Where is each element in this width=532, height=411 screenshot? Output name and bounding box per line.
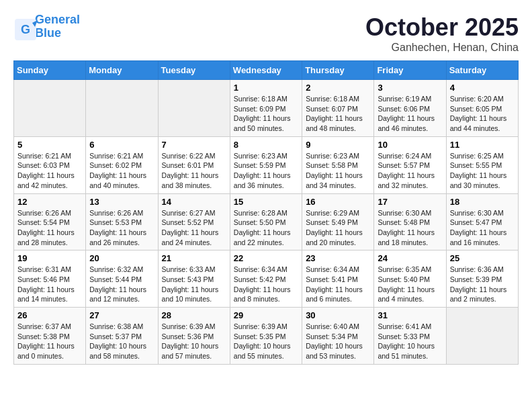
day-number: 18 — [450, 197, 515, 207]
day-number: 13 — [89, 197, 154, 207]
day-info: Sunrise: 6:26 AM Sunset: 5:54 PM Dayligh… — [17, 208, 82, 248]
day-number: 4 — [450, 83, 515, 93]
day-info: Sunrise: 6:22 AM Sunset: 6:01 PM Dayligh… — [162, 151, 226, 191]
day-number: 10 — [378, 140, 442, 150]
day-number: 15 — [234, 197, 298, 207]
calendar-cell — [86, 80, 158, 137]
calendar-cell: 4Sunrise: 6:20 AM Sunset: 6:05 PM Daylig… — [446, 80, 518, 137]
day-info: Sunrise: 6:40 AM Sunset: 5:34 PM Dayligh… — [306, 322, 370, 361]
day-number: 8 — [234, 140, 298, 150]
calendar-cell: 14Sunrise: 6:27 AM Sunset: 5:52 PM Dayli… — [158, 193, 230, 250]
calendar-week-4: 19Sunrise: 6:31 AM Sunset: 5:46 PM Dayli… — [14, 250, 519, 308]
day-number: 27 — [89, 310, 154, 320]
day-info: Sunrise: 6:21 AM Sunset: 6:02 PM Dayligh… — [89, 151, 154, 191]
day-info: Sunrise: 6:26 AM Sunset: 5:53 PM Dayligh… — [89, 208, 154, 248]
calendar-cell: 5Sunrise: 6:21 AM Sunset: 6:03 PM Daylig… — [14, 136, 86, 193]
day-info: Sunrise: 6:36 AM Sunset: 5:39 PM Dayligh… — [450, 265, 515, 304]
calendar-cell — [14, 80, 86, 137]
col-saturday: Saturday — [446, 61, 518, 80]
day-info: Sunrise: 6:35 AM Sunset: 5:40 PM Dayligh… — [378, 265, 442, 304]
day-info: Sunrise: 6:39 AM Sunset: 5:36 PM Dayligh… — [162, 322, 226, 361]
calendar-week-3: 12Sunrise: 6:26 AM Sunset: 5:54 PM Dayli… — [14, 193, 519, 250]
day-info: Sunrise: 6:34 AM Sunset: 5:41 PM Dayligh… — [306, 265, 370, 304]
calendar-cell: 12Sunrise: 6:26 AM Sunset: 5:54 PM Dayli… — [14, 193, 86, 250]
calendar-cell — [158, 80, 230, 137]
day-number: 6 — [89, 140, 154, 150]
calendar-cell: 9Sunrise: 6:23 AM Sunset: 5:58 PM Daylig… — [302, 136, 374, 193]
col-monday: Monday — [86, 61, 158, 80]
day-number: 19 — [17, 253, 82, 263]
logo-icon: G — [13, 17, 32, 36]
calendar-body: 1Sunrise: 6:18 AM Sunset: 6:09 PM Daylig… — [14, 80, 519, 365]
calendar-cell: 17Sunrise: 6:30 AM Sunset: 5:48 PM Dayli… — [374, 193, 446, 250]
calendar-cell: 3Sunrise: 6:19 AM Sunset: 6:06 PM Daylig… — [374, 80, 446, 137]
calendar-cell: 26Sunrise: 6:37 AM Sunset: 5:38 PM Dayli… — [14, 308, 86, 365]
day-info: Sunrise: 6:30 AM Sunset: 5:48 PM Dayligh… — [378, 208, 442, 248]
day-info: Sunrise: 6:19 AM Sunset: 6:06 PM Dayligh… — [378, 94, 442, 134]
day-info: Sunrise: 6:27 AM Sunset: 5:52 PM Dayligh… — [162, 208, 226, 248]
day-number: 25 — [450, 253, 515, 263]
calendar-week-2: 5Sunrise: 6:21 AM Sunset: 6:03 PM Daylig… — [14, 136, 519, 193]
calendar-cell: 2Sunrise: 6:18 AM Sunset: 6:07 PM Daylig… — [302, 80, 374, 137]
calendar-cell: 11Sunrise: 6:25 AM Sunset: 5:55 PM Dayli… — [446, 136, 518, 193]
col-tuesday: Tuesday — [158, 61, 230, 80]
calendar-cell: 15Sunrise: 6:28 AM Sunset: 5:50 PM Dayli… — [230, 193, 302, 250]
day-info: Sunrise: 6:24 AM Sunset: 5:57 PM Dayligh… — [378, 151, 442, 191]
day-info: Sunrise: 6:18 AM Sunset: 6:09 PM Dayligh… — [234, 94, 298, 134]
day-number: 3 — [378, 83, 442, 93]
day-info: Sunrise: 6:20 AM Sunset: 6:05 PM Dayligh… — [450, 94, 515, 134]
calendar-cell: 1Sunrise: 6:18 AM Sunset: 6:09 PM Daylig… — [230, 80, 302, 137]
header-row: Sunday Monday Tuesday Wednesday Thursday… — [14, 61, 519, 80]
day-number: 30 — [306, 310, 370, 320]
month-title: October 2025 — [365, 13, 519, 42]
day-number: 11 — [450, 140, 515, 150]
day-info: Sunrise: 6:33 AM Sunset: 5:43 PM Dayligh… — [162, 265, 226, 304]
col-thursday: Thursday — [302, 61, 374, 80]
calendar-cell: 27Sunrise: 6:38 AM Sunset: 5:37 PM Dayli… — [86, 308, 158, 365]
calendar-cell: 7Sunrise: 6:22 AM Sunset: 6:01 PM Daylig… — [158, 136, 230, 193]
day-number: 23 — [306, 253, 370, 263]
day-info: Sunrise: 6:32 AM Sunset: 5:44 PM Dayligh… — [89, 265, 154, 304]
day-info: Sunrise: 6:37 AM Sunset: 5:38 PM Dayligh… — [17, 322, 82, 361]
day-info: Sunrise: 6:23 AM Sunset: 5:58 PM Dayligh… — [306, 151, 370, 191]
calendar-cell: 28Sunrise: 6:39 AM Sunset: 5:36 PM Dayli… — [158, 308, 230, 365]
calendar-cell: 21Sunrise: 6:33 AM Sunset: 5:43 PM Dayli… — [158, 250, 230, 308]
day-info: Sunrise: 6:39 AM Sunset: 5:35 PM Dayligh… — [234, 322, 298, 361]
calendar-cell: 6Sunrise: 6:21 AM Sunset: 6:02 PM Daylig… — [86, 136, 158, 193]
calendar-cell: 24Sunrise: 6:35 AM Sunset: 5:40 PM Dayli… — [374, 250, 446, 308]
calendar-cell: 23Sunrise: 6:34 AM Sunset: 5:41 PM Dayli… — [302, 250, 374, 308]
day-info: Sunrise: 6:25 AM Sunset: 5:55 PM Dayligh… — [450, 151, 515, 191]
calendar-cell: 10Sunrise: 6:24 AM Sunset: 5:57 PM Dayli… — [374, 136, 446, 193]
title-area: October 2025 Ganhechen, Henan, China — [365, 13, 519, 54]
day-number: 7 — [162, 140, 226, 150]
day-number: 5 — [17, 140, 82, 150]
day-info: Sunrise: 6:29 AM Sunset: 5:49 PM Dayligh… — [306, 208, 370, 248]
day-number: 12 — [17, 197, 82, 207]
day-info: Sunrise: 6:38 AM Sunset: 5:37 PM Dayligh… — [89, 322, 154, 361]
day-number: 20 — [89, 253, 154, 263]
calendar-cell: 22Sunrise: 6:34 AM Sunset: 5:42 PM Dayli… — [230, 250, 302, 308]
calendar-cell: 30Sunrise: 6:40 AM Sunset: 5:34 PM Dayli… — [302, 308, 374, 365]
day-number: 14 — [162, 197, 226, 207]
day-info: Sunrise: 6:23 AM Sunset: 5:59 PM Dayligh… — [234, 151, 298, 191]
day-number: 17 — [378, 197, 442, 207]
day-number: 2 — [306, 83, 370, 93]
calendar-cell: 8Sunrise: 6:23 AM Sunset: 5:59 PM Daylig… — [230, 136, 302, 193]
day-number: 24 — [378, 253, 442, 263]
calendar-cell: 31Sunrise: 6:41 AM Sunset: 5:33 PM Dayli… — [374, 308, 446, 365]
calendar-cell: 20Sunrise: 6:32 AM Sunset: 5:44 PM Dayli… — [86, 250, 158, 308]
day-info: Sunrise: 6:21 AM Sunset: 6:03 PM Dayligh… — [17, 151, 82, 191]
day-number: 31 — [378, 310, 442, 320]
day-info: Sunrise: 6:41 AM Sunset: 5:33 PM Dayligh… — [378, 322, 442, 361]
svg-text:G: G — [21, 23, 30, 36]
calendar-cell: 13Sunrise: 6:26 AM Sunset: 5:53 PM Dayli… — [86, 193, 158, 250]
header: G General Blue October 2025 Ganhechen, H… — [13, 13, 519, 54]
calendar-cell: 29Sunrise: 6:39 AM Sunset: 5:35 PM Dayli… — [230, 308, 302, 365]
day-number: 9 — [306, 140, 370, 150]
day-number: 22 — [234, 253, 298, 263]
day-info: Sunrise: 6:30 AM Sunset: 5:47 PM Dayligh… — [450, 208, 515, 248]
logo-text: General Blue — [35, 13, 80, 40]
day-number: 21 — [162, 253, 226, 263]
calendar-cell — [446, 308, 518, 365]
calendar-cell: 19Sunrise: 6:31 AM Sunset: 5:46 PM Dayli… — [14, 250, 86, 308]
